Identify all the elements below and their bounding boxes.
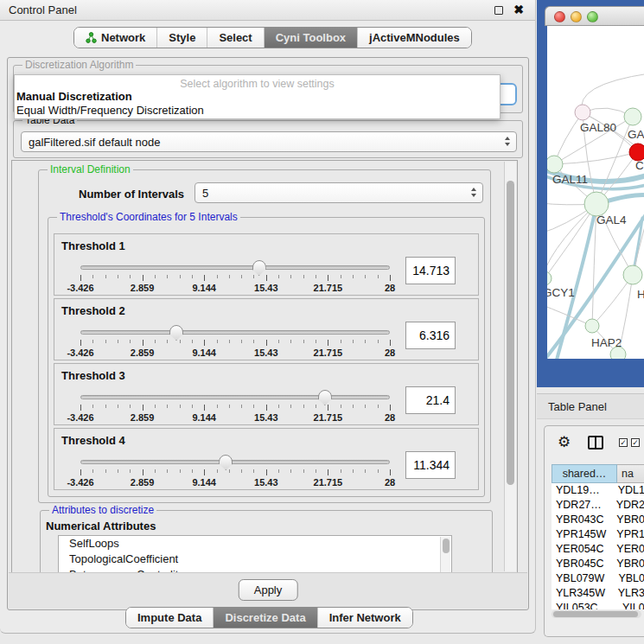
settings-scrollbar[interactable] <box>504 162 516 571</box>
zoom-traffic-light-icon[interactable] <box>587 11 598 22</box>
close-traffic-light-icon[interactable] <box>554 11 565 22</box>
apply-button[interactable]: Apply <box>239 579 298 601</box>
table-scrollbar-thumb[interactable] <box>553 611 638 617</box>
tab-style[interactable]: Style <box>156 28 207 48</box>
tab-label: Select <box>219 28 252 48</box>
attribute-item-selfloops[interactable]: SelfLoops <box>59 536 451 552</box>
tab-jactivemnodules[interactable]: jActiveMNodules <box>357 28 471 48</box>
tab-cyni-toolbox[interactable]: Cyni Toolbox <box>264 28 357 48</box>
threshold-value-input[interactable] <box>405 386 456 414</box>
algorithm-dropdown-popup: Select algorithm to view settings Manual… <box>14 74 501 119</box>
table-cell: YDR27… <box>552 498 611 513</box>
table-cell: YBR045C <box>552 557 611 571</box>
tab-impute-data[interactable]: Impute Data <box>126 608 213 628</box>
threshold-value-input[interactable] <box>405 451 456 479</box>
attribute-item-topologicalcoefficient[interactable]: TopologicalCoefficient <box>59 552 451 567</box>
network-node-hap2[interactable] <box>585 319 599 333</box>
threshold-panel-threshold-2: Threshold 2-3.4262.8599.14415.4321.71528 <box>54 298 479 360</box>
threshold-value-input[interactable] <box>405 257 456 284</box>
table-cell: YIL053C <box>552 601 617 609</box>
threshold-slider[interactable]: -3.4262.8599.14415.4321.71528 <box>80 455 390 489</box>
network-node-h[interactable] <box>623 265 642 284</box>
table-row[interactable]: YIL053CYIL0 <box>552 601 644 609</box>
slider-thumb[interactable] <box>252 260 266 276</box>
num-intervals-label: Number of Intervals <box>79 188 184 201</box>
list-scrollbar[interactable] <box>440 537 450 573</box>
network-node-c[interactable] <box>629 143 644 161</box>
network-node-gal80[interactable] <box>575 105 590 120</box>
table-cell: YDL19… <box>552 483 613 498</box>
checkbox-icon-2[interactable]: ✓ <box>631 438 640 447</box>
algorithm-option-equal-width-frequency-discretization[interactable]: Equal Width/Frequency Discretization <box>15 104 500 118</box>
algorithm-option-manual-discretization[interactable]: Manual Discretization <box>15 90 500 104</box>
threshold-slider[interactable]: -3.4262.8599.14415.4321.71528 <box>80 325 390 360</box>
attributes-list[interactable]: SelfLoopsTopologicalCoefficientBetweenne… <box>58 535 452 573</box>
slider-tick-labels: -3.4262.8599.14415.4321.71528 <box>80 477 390 488</box>
tab-discretize-data[interactable]: Discretize Data <box>213 608 316 628</box>
group-title: Discretization Algorithm <box>22 59 136 71</box>
network-node-label: GAL11 <box>552 173 588 186</box>
tab-label: Infer Network <box>329 608 401 628</box>
close-icon[interactable]: ✖ <box>513 3 524 16</box>
tab-network[interactable]: Network <box>74 28 156 48</box>
list-scrollbar-thumb[interactable] <box>443 539 450 553</box>
table-column-header[interactable]: shared… <box>552 464 617 483</box>
network-canvas[interactable]: GAL80GACGAL11GAL4GCY1HHAP2 <box>547 26 644 359</box>
float-window-icon[interactable] <box>494 6 503 15</box>
table-row[interactable]: YBR045CYBR0 <box>552 557 644 571</box>
threshold-slider[interactable]: -3.4262.8599.14415.4321.71528 <box>80 260 390 295</box>
tab-label: Discretize Data <box>225 608 305 628</box>
network-node-label: GCY1 <box>547 286 575 299</box>
table-cell: YPR1 <box>611 527 644 542</box>
slider-ticks <box>80 405 390 411</box>
table-cell: YER0 <box>611 542 644 557</box>
minimize-traffic-light-icon[interactable] <box>571 11 582 22</box>
table-toolbar: ⚙ ✓ ✓ <box>545 431 644 457</box>
table-row[interactable]: YER054CYER0 <box>552 542 644 557</box>
threshold-slider[interactable]: -3.4262.8599.14415.4321.71528 <box>80 390 390 424</box>
table-data-selected: galFiltered.sif default node <box>29 136 160 149</box>
table-rows: YDL19…YDL1YDR27…YDR2YBR043CYBR0YPR145WYP… <box>552 483 644 609</box>
table-row[interactable]: YBL079WYBL0 <box>552 571 644 586</box>
table-data-combobox[interactable]: galFiltered.sif default node <box>21 131 517 152</box>
network-node-gal11[interactable] <box>547 156 563 173</box>
settings-scrollpane: Interval Definition Number of Intervals … <box>11 160 518 573</box>
slider-ticks <box>80 340 390 347</box>
threshold-label: Threshold 4 <box>61 434 125 447</box>
gear-icon[interactable]: ⚙ <box>558 433 571 451</box>
network-node-label: GA <box>628 128 644 141</box>
table-row[interactable]: YDL19…YDL1 <box>552 483 644 498</box>
network-node-gal4[interactable] <box>584 192 609 216</box>
column-view-icon[interactable] <box>588 436 603 450</box>
slider-track <box>80 330 390 335</box>
slider-thumb[interactable] <box>219 455 233 470</box>
tab-select[interactable]: Select <box>207 28 263 48</box>
table-cell: YDL1 <box>613 483 644 498</box>
table-row[interactable]: YDR27…YDR2 <box>552 498 644 513</box>
table-row[interactable]: YLR345WYLR3 <box>552 586 644 601</box>
control-panel-tabs: NetworkStyleSelectCyni ToolboxjActiveMNo… <box>73 27 472 48</box>
slider-tick-labels: -3.4262.8599.14415.4321.71528 <box>80 283 390 293</box>
checkbox-icon-1[interactable]: ✓ <box>619 438 628 447</box>
table-cell: YIL0 <box>617 601 644 609</box>
slider-ticks <box>80 275 390 282</box>
table-row[interactable]: YPR145WYPR1 <box>552 527 644 542</box>
network-node-gcy1[interactable] <box>547 271 552 285</box>
slider-thumb[interactable] <box>318 390 332 405</box>
slider-thumb[interactable] <box>169 325 183 341</box>
num-intervals-combobox[interactable]: 5 <box>194 182 483 203</box>
slider-tick-labels: -3.4262.8599.14415.4321.71528 <box>80 348 390 358</box>
combo-arrows-icon <box>505 137 510 146</box>
threshold-value-input[interactable] <box>405 322 456 349</box>
tab-label: Style <box>169 28 195 48</box>
tab-infer-network[interactable]: Infer Network <box>317 608 412 628</box>
network-view-window: GAL80GACGAL11GAL4GCY1HHAP2 <box>537 0 644 387</box>
table-cell: YDR2 <box>611 498 644 513</box>
settings-scrollbar-thumb[interactable] <box>507 181 514 485</box>
thresholds-group: Threshold's Coordinates for 5 Intervals … <box>48 217 485 497</box>
num-intervals-value: 5 <box>202 187 208 200</box>
table-column-header[interactable]: na <box>617 464 644 483</box>
table-row[interactable]: YBR043CYBR0 <box>552 513 644 527</box>
table-horizontal-scrollbar[interactable] <box>552 610 641 618</box>
network-node-ga[interactable] <box>624 108 641 125</box>
